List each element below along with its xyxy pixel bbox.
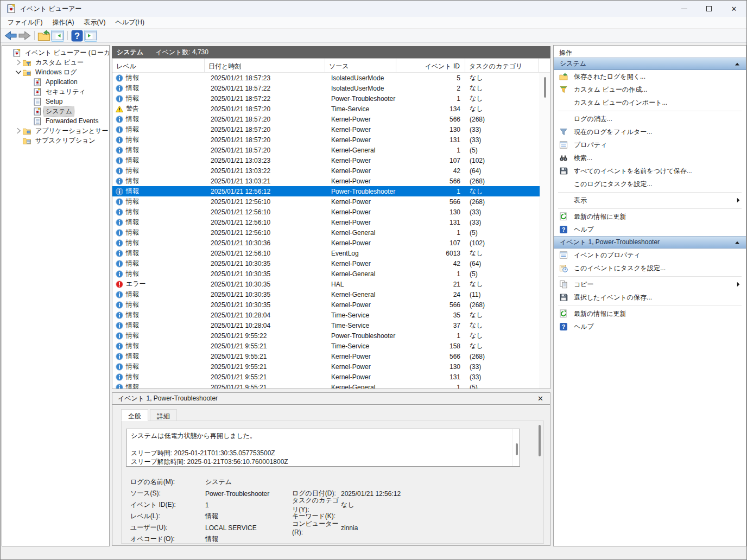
action-item[interactable]: イベントのプロパティ: [554, 249, 746, 262]
table-row[interactable]: エラー2025/01/21 10:30:35HAL21なし: [112, 279, 540, 289]
column-header-4[interactable]: タスクのカテゴリ: [465, 59, 539, 72]
menu-item-1[interactable]: 操作(A): [47, 16, 79, 29]
action-item[interactable]: コピー: [554, 278, 746, 291]
action-item[interactable]: 保存されたログを開く...: [554, 70, 746, 83]
table-row[interactable]: 情報2025/01/21 9:55:22Power-Troubleshooter…: [112, 330, 540, 341]
table-row[interactable]: 情報2025/01/21 12:56:10Kernel-Power130(33): [112, 207, 540, 217]
table-row[interactable]: 情報2025/01/21 12:56:12Power-Troubleshoote…: [112, 186, 540, 196]
tree-item-4[interactable]: セキュリティ: [2, 87, 109, 97]
toolbar-forward-arrow-button[interactable]: [18, 30, 31, 42]
table-row[interactable]: 情報2025/01/21 13:03:23Kernel-Power107(102…: [112, 155, 540, 166]
tree-item-5[interactable]: Setup: [2, 97, 109, 106]
table-row[interactable]: 情報2025/01/21 10:30:36Kernel-Power107(102…: [112, 238, 540, 248]
action-item[interactable]: 選択したイベントの保存...: [554, 291, 746, 304]
tree-item-8[interactable]: アプリケーションとサービス ログ: [2, 126, 109, 136]
table-row[interactable]: 情報2025/01/21 13:03:22Kernel-Power42(64): [112, 166, 540, 176]
tree-item-1[interactable]: カスタム ビュー: [2, 58, 109, 67]
chevron-right-icon[interactable]: [15, 59, 22, 66]
log-plain-icon: [33, 98, 42, 106]
message-scrollbar[interactable]: [512, 429, 520, 466]
table-row[interactable]: 情報2025/01/21 10:30:35Kernel-Power42(64): [112, 258, 540, 269]
action-item[interactable]: 最新の情報に更新: [554, 307, 746, 320]
tree-item-3[interactable]: Application: [2, 77, 109, 87]
chevron-right-icon[interactable]: [15, 127, 22, 135]
table-row[interactable]: 情報2025/01/21 9:55:21Time-Service158なし: [112, 341, 540, 351]
action-item[interactable]: プロパティ: [554, 138, 746, 151]
table-row[interactable]: 情報2025/01/21 9:55:21Kernel-Power131(33): [112, 372, 540, 382]
toolbar-help-button[interactable]: ?: [71, 30, 84, 42]
menu-item-3[interactable]: ヘルプ(H): [110, 16, 149, 29]
collapse-arrow-icon[interactable]: [735, 241, 740, 244]
content-scrollbar-thumb[interactable]: [539, 425, 541, 456]
table-row[interactable]: 情報2025/01/21 12:56:10Kernel-Power131(33): [112, 217, 540, 227]
section-header-1[interactable]: イベント 1, Power-Troubleshooter: [554, 236, 746, 249]
minimize-button[interactable]: [672, 1, 697, 17]
table-row[interactable]: 情報2025/01/21 18:57:23IsolatedUserMode5なし: [112, 73, 540, 83]
preview-close-button[interactable]: ✕: [537, 394, 543, 403]
table-row[interactable]: 情報2025/01/21 10:30:35Kernel-General24(11…: [112, 289, 540, 300]
maximize-button[interactable]: [697, 1, 721, 17]
collapse-arrow-icon[interactable]: [735, 62, 740, 66]
event-message[interactable]: システムは低電力状態から再開しました。スリープ時間: 2025-01-21T01…: [126, 429, 520, 467]
table-row[interactable]: 情報2025/01/21 13:03:21Kernel-Power566(268…: [112, 176, 540, 186]
table-row[interactable]: 情報2025/01/21 18:57:22Power-Troubleshoote…: [112, 93, 540, 104]
expander-placeholder: [15, 137, 22, 144]
column-header-0[interactable]: レベル: [112, 59, 205, 72]
content-scrollbar[interactable]: [536, 422, 543, 543]
info-icon: [116, 239, 123, 247]
action-item[interactable]: ?ヘルプ: [554, 223, 746, 236]
table-row[interactable]: 情報2025/01/21 10:30:35Kernel-Power566(268…: [112, 300, 540, 310]
tab-details[interactable]: 詳細: [150, 409, 177, 421]
action-item[interactable]: カスタム ビューの作成...: [554, 83, 746, 96]
action-item[interactable]: このイベントにタスクを設定...: [554, 262, 746, 275]
action-item[interactable]: 検索...: [554, 151, 746, 164]
table-row[interactable]: 情報2025/01/21 10:28:04Time-Service35なし: [112, 310, 540, 320]
table-row[interactable]: 情報2025/01/21 18:57:20Kernel-Power130(33): [112, 124, 540, 135]
message-scrollbar-thumb[interactable]: [516, 443, 518, 455]
action-item[interactable]: このログにタスクを設定...: [554, 177, 746, 190]
level-cell: 情報: [112, 176, 205, 186]
toolbar-back-arrow-button[interactable]: [4, 30, 17, 42]
table-row[interactable]: 情報2025/01/21 9:55:21Kernel-General1(5): [112, 382, 540, 389]
scrollbar-thumb[interactable]: [544, 77, 546, 98]
table-row[interactable]: 情報2025/01/21 10:28:04Time-Service37なし: [112, 320, 540, 330]
table-row[interactable]: 情報2025/01/21 12:56:10Kernel-Power566(268…: [112, 196, 540, 207]
toolbar-show-action-pane-button[interactable]: [84, 30, 97, 42]
menu-item-0[interactable]: ファイル(F): [3, 16, 47, 29]
action-item[interactable]: 現在のログをフィルター...: [554, 125, 746, 138]
action-item[interactable]: カスタム ビューのインポート...: [554, 96, 746, 109]
menu-item-2[interactable]: 表示(V): [79, 16, 110, 29]
table-row[interactable]: 情報2025/01/21 18:57:20Kernel-Power566(268…: [112, 114, 540, 124]
action-item[interactable]: すべてのイベントを名前をつけて保存...: [554, 164, 746, 177]
table-row[interactable]: 情報2025/01/21 12:56:10Kernel-General1(5): [112, 227, 540, 238]
tree-item-6[interactable]: システム: [2, 106, 109, 116]
info-icon: [116, 332, 123, 340]
table-row[interactable]: 情報2025/01/21 12:56:10EventLog6013なし: [112, 248, 540, 258]
table-row[interactable]: 情報2025/01/21 9:55:21Kernel-Power130(33): [112, 361, 540, 372]
section-header-0[interactable]: システム: [554, 58, 746, 70]
tab-general[interactable]: 全般: [121, 409, 148, 421]
close-button[interactable]: ✕: [721, 1, 746, 17]
column-header-1[interactable]: 日付と時刻: [205, 59, 325, 72]
tree-item-0[interactable]: イベント ビューアー (ローカル): [2, 48, 109, 58]
column-header-2[interactable]: ソース: [325, 59, 396, 72]
action-item[interactable]: ?ヘルプ: [554, 320, 746, 333]
column-header-3[interactable]: イベント ID: [396, 59, 465, 72]
action-item[interactable]: 最新の情報に更新: [554, 210, 746, 223]
event-list-scrollbar[interactable]: [540, 73, 550, 389]
toolbar-open-saved-log-button[interactable]: [37, 30, 50, 42]
table-row[interactable]: 情報2025/01/21 9:55:21Kernel-Power566(268): [112, 351, 540, 361]
category-cell: (33): [465, 126, 539, 133]
table-row[interactable]: 情報2025/01/21 18:57:20Kernel-Power131(33): [112, 135, 540, 145]
action-item[interactable]: 表示: [554, 194, 746, 207]
table-row[interactable]: 情報2025/01/21 18:57:20Kernel-General1(5): [112, 145, 540, 155]
tree-item-7[interactable]: Forwarded Events: [2, 116, 109, 126]
chevron-down-icon[interactable]: [15, 68, 22, 76]
table-row[interactable]: 情報2025/01/21 18:57:22IsolatedUserMode2なし: [112, 83, 540, 93]
tree-item-9[interactable]: サブスクリプション: [2, 136, 109, 145]
table-row[interactable]: 警告2025/01/21 18:57:20Time-Service134なし: [112, 104, 540, 114]
tree-item-2[interactable]: Windows ログ: [2, 67, 109, 77]
action-item[interactable]: ログの消去...: [554, 112, 746, 125]
table-row[interactable]: 情報2025/01/21 10:30:35Kernel-General1(5): [112, 269, 540, 279]
toolbar-show-console-tree-button[interactable]: [51, 30, 64, 42]
